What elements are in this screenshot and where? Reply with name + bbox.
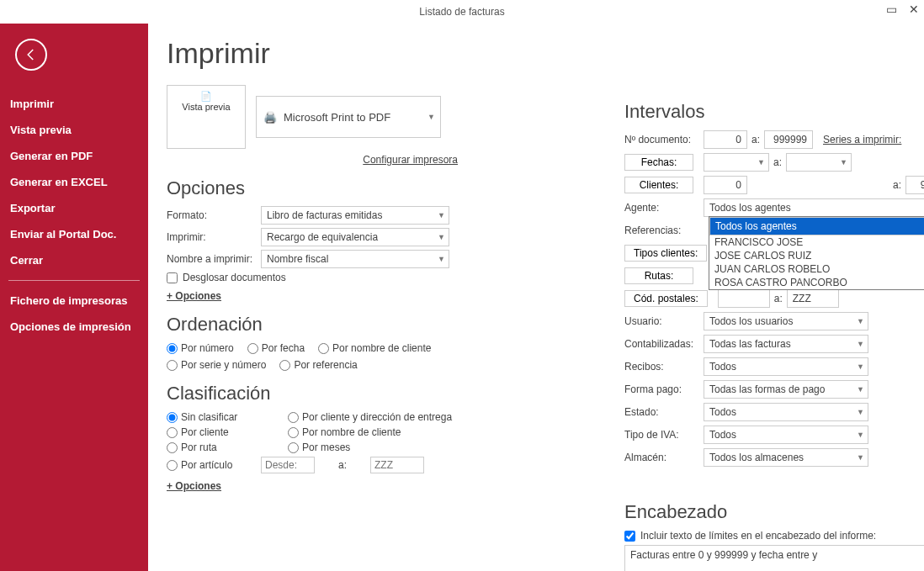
nav-generar-excel[interactable]: Generar en EXCEL [0,169,148,195]
contab-select[interactable]: Todas las facturas▼ [704,335,868,353]
clasificacion-more-link[interactable]: + Opciones [167,480,221,492]
encabezado-text-value: Facturas entre 0 y 999999 y fecha entre … [630,549,817,561]
fechas-button[interactable]: Fechas: [624,154,693,171]
almacen-select[interactable]: Todos los almacenes▼ [704,448,868,467]
recibos-label: Recibos: [624,361,704,373]
fpago-label: Forma pago: [624,383,704,395]
chevron-down-icon: ▼ [840,158,847,167]
clas-sin-clasificar[interactable]: Sin clasificar [167,411,268,423]
sidebar: Imprimir Vista previa Generar en PDF Gen… [0,24,148,571]
encabezado-checkbox[interactable]: Incluir texto de límites en el encabezad… [624,530,924,542]
nombre-label: Nombre a imprimir: [167,253,261,265]
usuario-label: Usuario: [624,315,704,327]
chevron-down-icon: ▼ [857,431,864,439]
fecha-to-input[interactable]: ▼ [786,153,852,172]
fpago-select[interactable]: Todas las formas de pago▼ [704,380,868,399]
agente-value: Todos los agentes [709,202,791,214]
window-title: Listado de facturas [419,6,504,18]
nav-opciones-impresion[interactable]: Opciones de impresión [0,314,148,340]
cp-from-input[interactable] [718,289,770,308]
ndoc-label: Nº documento: [624,134,704,145]
agente-option[interactable]: JUAN CARLOS ROBELO [709,262,924,276]
tipoiva-select[interactable]: Todos▼ [704,426,868,444]
agente-select[interactable]: Todos los agentes ▼ [704,198,924,217]
nav-generar-pdf[interactable]: Generar en PDF [0,143,148,169]
series-link[interactable]: Series a imprimir: [823,134,901,145]
clas-por-cliente[interactable]: Por cliente [167,426,268,438]
clientes-to-input[interactable]: 99999 [905,176,924,194]
articulo-desde-input[interactable] [261,457,315,473]
clas-por-meses[interactable]: Por meses [288,441,389,453]
cod-postales-button[interactable]: Cód. postales: [624,290,708,307]
printer-select[interactable]: 🖨️ Microsoft Print to PDF ▼ [256,96,441,138]
recibos-select[interactable]: Todos▼ [704,357,868,376]
chevron-down-icon: ▼ [857,385,864,394]
config-printer-link[interactable]: Configurar impresora [167,154,458,166]
imprimir-select[interactable]: Recargo de equivalencia▼ [261,228,449,246]
agente-option[interactable]: JOSE CARLOS RUIZ [709,249,924,262]
page-title: Imprimir [167,37,904,70]
orden-por-nombre-cliente[interactable]: Por nombre de cliente [318,342,431,354]
clas-por-nombre-cliente[interactable]: Por nombre de cliente [288,426,401,438]
usuario-select[interactable]: Todos los usuarios▼ [704,312,868,330]
intervalos-heading: Intervalos [624,101,924,123]
back-button[interactable] [15,39,47,71]
printer-name: Microsoft Print to PDF [284,111,390,124]
agente-dropdown-list: Todos los agentes FRANCISCO JOSE JOSE CA… [709,216,924,290]
tipoiva-label: Tipo de IVA: [624,429,704,441]
ndoc-to-input[interactable]: 999999 [764,130,813,149]
articulo-hasta-input[interactable] [370,457,424,473]
clas-por-ruta[interactable]: Por ruta [167,441,268,453]
nav-fichero-impresoras[interactable]: Fichero de impresoras [0,288,148,314]
clientes-button[interactable]: Clientes: [624,177,693,193]
orden-por-fecha[interactable]: Por fecha [247,342,305,354]
clientes-from-input[interactable]: 0 [704,176,747,194]
contab-label: Contabilizadas: [624,338,704,350]
chevron-down-icon: ▼ [857,453,864,462]
chevron-down-icon: ▼ [438,233,445,241]
clas-por-articulo[interactable]: Por artículo [167,459,241,471]
nav-exportar[interactable]: Exportar [0,195,148,221]
a-label: a: [747,134,764,145]
nav-enviar-portal[interactable]: Enviar al Portal Doc. [0,221,148,247]
orden-por-serie-numero[interactable]: Por serie y número [167,359,266,371]
encabezado-textarea[interactable]: Facturas entre 0 y 999999 y fecha entre … [624,545,924,571]
opciones-more-link[interactable]: + Opciones [167,290,221,302]
formato-select[interactable]: Libro de facturas emitidas▼ [261,206,449,225]
a-label: a: [338,459,347,471]
chevron-down-icon: ▼ [857,362,864,371]
ordenacion-group: Por número Por fecha Por nombre de clien… [167,342,486,371]
chevron-down-icon: ▼ [857,317,864,325]
cp-to-input[interactable]: ZZZ [787,289,839,308]
orden-por-numero[interactable]: Por número [167,342,234,354]
nombre-value: Nombre fiscal [267,253,328,265]
imprimir-value: Recargo de equivalencia [267,231,378,243]
imprimir-label: Imprimir: [167,231,261,243]
nav-vista-previa[interactable]: Vista previa [0,117,148,143]
ndoc-from-input[interactable]: 0 [704,130,747,149]
estado-select[interactable]: Todos▼ [704,403,868,421]
clas-cliente-direccion[interactable]: Por cliente y dirección de entrega [288,411,452,423]
nombre-select[interactable]: Nombre fiscal▼ [261,250,449,268]
encabezado-heading: Encabezado [624,501,924,523]
orden-por-referencia[interactable]: Por referencia [279,359,357,371]
agente-option[interactable]: Todos los agentes [709,217,924,235]
chevron-down-icon: ▼ [438,211,445,219]
desglosar-label: Desglosar documentos [183,272,286,283]
document-icon: 📄 [200,91,212,101]
nav-cerrar[interactable]: Cerrar [0,247,148,273]
agente-label: Agente: [624,202,704,214]
close-icon[interactable]: ✕ [909,3,919,15]
fecha-from-input[interactable]: ▼ [704,153,769,172]
titlebar: Listado de facturas ▭ ✕ [0,0,924,24]
tipos-clientes-button[interactable]: Tipos clientes: [624,245,707,262]
separator [8,280,140,281]
preview-button[interactable]: 📄 Vista previa [167,85,246,149]
nav-imprimir[interactable]: Imprimir [0,91,148,117]
rutas-button[interactable]: Rutas: [624,267,693,284]
formato-value: Libro de facturas emitidas [267,209,382,221]
referencias-label: Referencias: [624,225,704,236]
agente-option[interactable]: ROSA CASTRO PANCORBO [709,276,924,289]
agente-option[interactable]: FRANCISCO JOSE [709,235,924,249]
maximize-icon[interactable]: ▭ [886,3,897,15]
